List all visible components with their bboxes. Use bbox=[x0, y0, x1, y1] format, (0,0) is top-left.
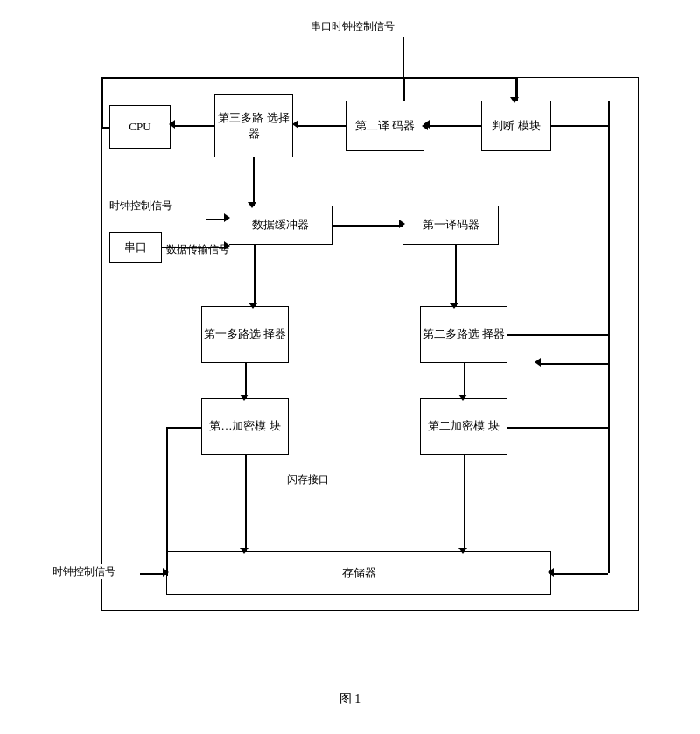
judgment-box: 判断 模块 bbox=[481, 101, 551, 151]
arrowhead-first-mux-encrypt bbox=[240, 395, 248, 401]
arrowhead-clock-buffer bbox=[224, 213, 230, 222]
arrow-buffer-decoder bbox=[332, 225, 402, 227]
data-buffer-box: 数据缓冲器 bbox=[228, 206, 332, 245]
line-serial-to-buffer bbox=[162, 247, 228, 248]
outer-box bbox=[101, 77, 639, 611]
arrowhead-buffer-decoder bbox=[399, 220, 405, 228]
second-decoder-box: 第二译 码器 bbox=[346, 101, 424, 151]
flash-interface-label: 闪存接口 bbox=[287, 472, 329, 487]
arrow-judgment-to-decoder bbox=[427, 125, 481, 127]
line-second-encrypt-to-memory bbox=[464, 455, 466, 551]
line-cpu-left-vert bbox=[102, 77, 103, 129]
memory-box: 存储器 bbox=[166, 551, 551, 595]
arrowhead-decoder-second-mux bbox=[450, 303, 458, 309]
line-left-feedback bbox=[166, 427, 168, 576]
line-mux-to-buffer bbox=[253, 157, 255, 206]
third-mux-box: 第三多路 选择器 bbox=[214, 94, 293, 157]
line-clock-into-box bbox=[403, 77, 405, 101]
arrowhead-second-encrypt-memory bbox=[458, 548, 467, 554]
first-encrypt-box: 第…加密模 块 bbox=[201, 398, 289, 455]
serial-clock-signal-label: 串口时钟控制信号 bbox=[311, 19, 395, 34]
clock-control-label: 时钟控制信号 bbox=[109, 199, 172, 213]
line-left-h-feedback bbox=[166, 427, 201, 429]
first-decoder-box: 第一译码器 bbox=[402, 206, 499, 245]
line-right-encrypt-to-vert bbox=[508, 427, 608, 429]
first-mux-box: 第一多路选 择器 bbox=[201, 306, 289, 363]
arrowhead-decoder-mux bbox=[292, 120, 298, 129]
arrowhead-mux-buffer bbox=[248, 202, 256, 208]
data-transfer-label: 数据传输信号 bbox=[166, 242, 229, 257]
diagram: 串口时钟控制信号 CPU 第三多路 选择器 第二译 码器 判断 模块 数据缓冲器… bbox=[52, 17, 648, 682]
line-judgment-right bbox=[551, 125, 610, 127]
line-second-mux-to-right bbox=[508, 334, 608, 336]
line-second-mux-to-encrypt bbox=[464, 363, 466, 398]
clock-control2-label: 时钟控制信号 bbox=[52, 564, 116, 579]
arrowhead-clock-judgment bbox=[510, 97, 519, 103]
line-right-vert-to-memory bbox=[608, 477, 610, 573]
line-first-mux-to-encrypt bbox=[245, 363, 247, 398]
line-serial-clock-down bbox=[402, 37, 404, 80]
serial-port-box: 串口 bbox=[109, 232, 162, 263]
arrowhead-serial-buffer bbox=[224, 241, 230, 250]
second-encrypt-box: 第二加密模 块 bbox=[420, 398, 508, 455]
arrowhead-buffer-first-mux bbox=[248, 303, 257, 309]
line-right-vert bbox=[608, 101, 610, 477]
figure-label: 图 1 bbox=[340, 691, 361, 707]
line-right-to-second-mux bbox=[538, 363, 608, 365]
line-decoder-to-second-mux bbox=[455, 245, 457, 306]
arrowhead-first-encrypt-memory bbox=[240, 548, 248, 554]
line-first-encrypt-to-memory bbox=[245, 455, 247, 551]
arrowhead-right-to-memory bbox=[548, 568, 554, 577]
arrowhead-judgment-decoder bbox=[424, 120, 430, 129]
line-buffer-to-first-mux bbox=[254, 245, 256, 306]
line-decoder-to-mux bbox=[296, 125, 346, 127]
arrowhead-to-second-mux bbox=[535, 358, 541, 367]
line-top-horiz bbox=[102, 77, 403, 79]
cpu-box: CPU bbox=[109, 105, 171, 149]
line-right-to-memory-h bbox=[551, 573, 608, 575]
second-mux-box: 第二多路选 择器 bbox=[420, 306, 508, 363]
arrowhead-mux-cpu bbox=[169, 120, 175, 129]
arrowhead-second-mux-encrypt bbox=[458, 395, 467, 401]
line-clock-horiz bbox=[403, 77, 518, 79]
line-mux-to-cpu bbox=[172, 125, 214, 127]
